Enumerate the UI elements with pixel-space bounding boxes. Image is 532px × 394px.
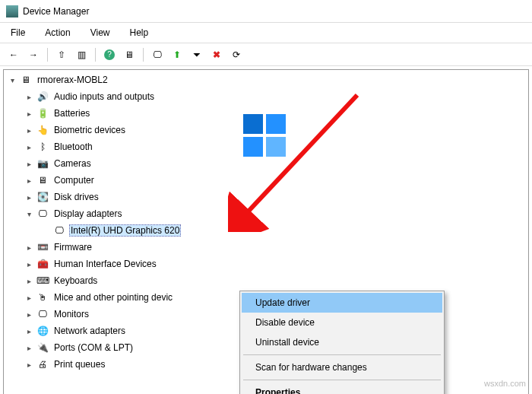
tree-root-node[interactable]: ▾🖥rmorerax-MOBL2 xyxy=(4,71,528,88)
expander-icon[interactable]: ▸ xyxy=(24,275,34,286)
expander-icon[interactable]: ▸ xyxy=(24,141,34,152)
category-icon: 🔊 xyxy=(36,91,49,103)
expander-icon[interactable]: ▸ xyxy=(24,158,34,169)
disable-icon: ⏷ xyxy=(192,49,201,60)
expander-icon[interactable]: ▸ xyxy=(24,175,34,186)
uninstall-button[interactable]: ✖ xyxy=(207,46,226,63)
tree-category[interactable]: ▸💽Disk drives xyxy=(4,189,528,205)
separator xyxy=(143,48,144,62)
tree-item-label: Batteries xyxy=(52,107,91,119)
category-icon: 🖵 xyxy=(36,208,49,220)
context-menu-item[interactable]: Properties xyxy=(242,383,442,394)
expander-icon[interactable]: ▸ xyxy=(24,259,34,269)
scan-icon: 🖥 xyxy=(125,49,134,60)
category-icon: 🖨 xyxy=(36,358,49,370)
tree-category[interactable]: ▸⌨Keyboards xyxy=(4,272,528,289)
uninstall-icon: ✖ xyxy=(213,49,220,60)
tree-item-label: Firmware xyxy=(52,241,93,253)
tree-category[interactable]: ▸🧰Human Interface Devices xyxy=(4,256,528,272)
up-icon: ⇧ xyxy=(58,49,65,60)
context-menu-item[interactable]: Disable device xyxy=(242,313,442,332)
category-icon: 🔋 xyxy=(36,107,49,119)
update-icon: ⬆ xyxy=(173,49,181,60)
menu-help[interactable]: Help xyxy=(127,26,152,40)
tree-item-label: Cameras xyxy=(52,157,93,170)
context-menu-separator xyxy=(243,354,441,355)
back-button[interactable]: ← xyxy=(5,46,23,63)
menu-view[interactable]: View xyxy=(87,26,113,40)
tree-item-label: Bluetooth xyxy=(52,141,94,153)
expander-icon[interactable]: ▾ xyxy=(24,208,34,219)
back-icon: ← xyxy=(9,49,18,60)
refresh-icon: ⟳ xyxy=(233,49,240,60)
tree-category[interactable]: ▸📼Firmware xyxy=(4,239,528,256)
titlebar: Device Manager xyxy=(0,0,532,23)
tree-item-label: Biometric devices xyxy=(52,124,127,136)
tree-category[interactable]: ▸🖥Computer xyxy=(4,172,528,189)
separator xyxy=(47,48,48,62)
separator xyxy=(95,48,96,62)
toolbar: ← → ⇧ ▥ ? 🖥 🖵 ⬆ ⏷ ✖ ⟳ xyxy=(0,43,532,66)
expander-icon[interactable]: ▸ xyxy=(24,292,34,303)
tree-item-label: Keyboards xyxy=(52,275,99,287)
tree-item-label: Mice and other pointing devic xyxy=(52,291,174,303)
category-icon: 🌐 xyxy=(36,325,49,337)
category-icon: 📷 xyxy=(36,157,49,170)
category-icon: 🖥 xyxy=(19,74,33,86)
expander-icon[interactable]: ▸ xyxy=(24,125,34,135)
update-button[interactable]: ⬆ xyxy=(168,46,186,63)
help-icon: ? xyxy=(104,49,115,60)
properties-icon: ▥ xyxy=(78,49,86,60)
expander-icon[interactable]: ▸ xyxy=(24,91,34,102)
monitor-icon: 🖵 xyxy=(153,49,162,60)
tree-category[interactable]: ▾🖵Display adapters xyxy=(4,205,528,222)
logo-overlay xyxy=(243,114,289,160)
expander-icon[interactable]: ▸ xyxy=(24,108,34,119)
disable-button[interactable]: ⏷ xyxy=(188,46,206,63)
tree-item-label: Ports (COM & LPT) xyxy=(52,342,135,354)
menu-file[interactable]: File xyxy=(8,26,28,40)
forward-button[interactable]: → xyxy=(24,46,43,63)
tree-item-label: Print queues xyxy=(52,358,106,370)
tree-device[interactable]: ▸🖵Intel(R) UHD Graphics 620 xyxy=(4,222,528,239)
category-icon: 👆 xyxy=(36,124,49,136)
context-menu: Update driverDisable deviceUninstall dev… xyxy=(239,291,445,394)
show-hidden-button[interactable]: 🖵 xyxy=(148,46,166,63)
menubar: File Action View Help xyxy=(0,23,532,43)
tree-item-label: Intel(R) UHD Graphics 620 xyxy=(69,224,181,237)
up-button[interactable]: ⇧ xyxy=(52,46,71,63)
expander-icon[interactable]: ▸ xyxy=(24,309,34,319)
refresh-button[interactable]: ⟳ xyxy=(227,46,245,63)
category-icon: ⌨ xyxy=(36,275,49,287)
watermark: wsxdn.com xyxy=(484,379,526,388)
expander-icon[interactable]: ▸ xyxy=(24,359,34,370)
context-menu-item[interactable]: Scan for hardware changes xyxy=(242,357,442,377)
category-icon: 💽 xyxy=(36,191,49,203)
context-menu-item[interactable]: Uninstall device xyxy=(242,332,442,352)
context-menu-item[interactable]: Update driver xyxy=(242,293,442,313)
category-icon: 🖥 xyxy=(36,174,49,186)
expander-icon[interactable]: ▾ xyxy=(7,75,17,85)
category-icon: ᛒ xyxy=(36,141,49,153)
expander-icon[interactable]: ▸ xyxy=(24,192,34,202)
expander-icon[interactable]: ▸ xyxy=(24,242,34,253)
window-title: Device Manager xyxy=(23,6,89,17)
help-button[interactable]: ? xyxy=(100,46,119,63)
context-menu-separator xyxy=(243,380,441,380)
category-icon: 🧰 xyxy=(36,258,49,270)
category-icon: 🖵 xyxy=(36,308,49,320)
category-icon: 🖱 xyxy=(36,291,49,303)
device-icon: 🖵 xyxy=(52,224,66,237)
properties-button[interactable]: ▥ xyxy=(72,46,90,63)
tree-category[interactable]: ▸🔊Audio inputs and outputs xyxy=(4,88,528,105)
expander-icon[interactable]: ▸ xyxy=(24,342,34,353)
scan-button[interactable]: 🖥 xyxy=(120,46,138,63)
menu-action[interactable]: Action xyxy=(42,26,73,40)
expander-icon[interactable]: ▸ xyxy=(24,326,34,336)
tree-item-label: Disk drives xyxy=(52,191,100,203)
forward-icon: → xyxy=(29,49,38,60)
tree-item-label: Audio inputs and outputs xyxy=(52,91,156,103)
tree-item-label: Network adapters xyxy=(52,325,127,337)
tree-item-label: rmorerax-MOBL2 xyxy=(36,74,109,86)
category-icon: 🔌 xyxy=(36,342,49,354)
